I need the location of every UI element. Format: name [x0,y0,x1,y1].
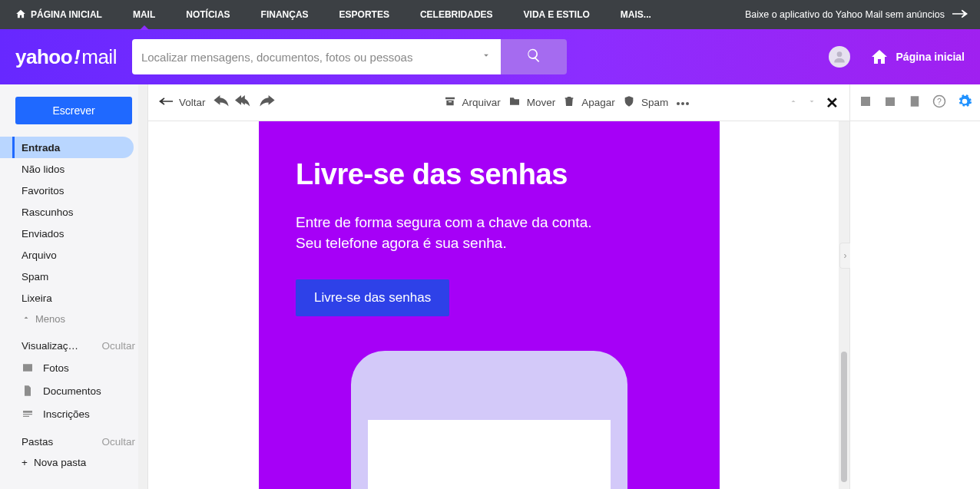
rail-collapse-toggle[interactable]: › [839,243,850,269]
main: Escrever Entrada Não lidos Favoritos Ras… [0,84,980,489]
message-body-inner: Livre-se das senhas Entre de forma segur… [148,121,849,489]
toolbar: Voltar Arquivar Mover Apagar [148,84,849,121]
folder-entrada[interactable]: Entrada [0,137,134,158]
folder-favoritos[interactable]: Favoritos [0,180,147,201]
view-label: Fotos [43,362,69,374]
folder-label: Favoritos [22,185,65,197]
avatar[interactable] [829,46,850,68]
nav-celebridades[interactable]: CELEBRIDADES [405,0,508,29]
views-label: Visualizaç… [22,340,78,352]
message-body: Livre-se das senhas Entre de forma segur… [148,121,849,489]
sidebar-scrollbar[interactable] [141,186,145,233]
sidebar: Escrever Entrada Não lidos Favoritos Ras… [0,84,147,489]
move-button[interactable]: Mover [508,95,556,110]
nav-financas[interactable]: FINANÇAS [246,0,324,29]
body-scrollbar-thumb[interactable] [841,352,847,482]
promo-cta-label: Livre-se das senhas [314,290,431,305]
folder-label: Não lidos [22,164,65,175]
views: Fotos Documentos Inscrições [0,356,147,425]
new-folder-label: Nova pasta [34,457,86,468]
nav-esportes[interactable]: ESPORTES [324,0,405,29]
reply-all-icon[interactable] [235,95,253,110]
new-folder[interactable]: + Nova pasta [0,452,147,468]
nav-label: FINANÇAS [261,9,309,20]
notepad-icon[interactable] [908,94,922,111]
nav-vida-estilo[interactable]: VIDA E ESTILO [508,0,605,29]
search-button[interactable] [501,39,567,74]
folder-nao-lidos[interactable]: Não lidos [0,158,147,180]
folder-spam[interactable]: Spam [0,266,147,287]
forward-icon[interactable] [260,95,275,110]
nav-noticias[interactable]: NOTÍCIAS [171,0,245,29]
view-fotos[interactable]: Fotos [0,356,147,379]
views-hide[interactable]: Ocultar [101,340,135,352]
home-label: Página inicial [896,51,965,63]
header: yahoo!mail Página inicial [0,29,980,84]
prev-message[interactable] [789,97,798,108]
search-input[interactable] [141,51,475,64]
documents-icon [22,385,34,397]
compose-button[interactable]: Escrever [15,97,132,124]
nav-mail[interactable]: MAIL [118,0,171,29]
top-nav-promo[interactable]: Baixe o aplicativo do Yahoo Mail sem anú… [745,9,980,21]
nav-label: PÁGINA INICIAL [31,9,102,20]
archive-button[interactable]: Arquivar [444,95,501,110]
nav-mais[interactable]: MAIS... [605,0,667,29]
home-button[interactable]: Página inicial [870,48,965,66]
toolbar-right: ✕ [789,94,839,112]
settings-icon[interactable] [957,94,972,112]
photos-icon [22,362,34,374]
promo-text: Entre de forma segura com a chave da con… [296,213,683,253]
folders-less-toggle[interactable]: Menos [0,309,147,329]
svg-text:?: ? [937,96,942,105]
svg-point-2 [681,102,684,105]
folders: Entrada Não lidos Favoritos Rascunhos En… [0,137,147,329]
folders-hide[interactable]: Ocultar [101,436,135,448]
compose-label: Escrever [52,104,94,117]
logo[interactable]: yahoo!mail [15,45,117,69]
reply-icon[interactable] [214,95,229,110]
back-button[interactable]: Voltar [159,96,206,109]
nav-home[interactable]: PÁGINA INICIAL [0,0,118,29]
move-icon [508,95,521,110]
archive-label: Arquivar [462,97,501,108]
svg-point-1 [677,102,680,105]
close-button[interactable]: ✕ [826,94,839,112]
folder-enviados[interactable]: Enviados [0,223,147,244]
shield-icon [623,95,635,110]
close-icon: ✕ [826,94,839,111]
views-head: Visualizaç… Ocultar [0,329,147,356]
promo-banner: Livre-se das senhas Entre de forma segur… [259,121,720,489]
view-label: Documentos [43,385,101,397]
folder-label: Entrada [22,142,60,154]
promo-cta-button[interactable]: Livre-se das senhas [296,279,449,316]
folder-lixeira[interactable]: Lixeira [0,287,147,309]
delete-button[interactable]: Apagar [563,95,615,110]
folders-head-label: Pastas [22,436,53,448]
rail-icons: ? [850,84,980,121]
svg-point-0 [836,51,842,57]
folder-arquivo[interactable]: Arquivo [0,244,147,266]
more-button[interactable] [676,97,690,108]
spam-button[interactable]: Spam [623,95,668,110]
logo-yahoo: yahoo [15,45,72,69]
folder-rascunhos[interactable]: Rascunhos [0,201,147,223]
chevron-down-icon[interactable] [481,50,492,64]
nav-label: NOTÍCIAS [186,9,230,20]
home-icon [15,8,26,21]
view-documentos[interactable]: Documentos [0,379,147,402]
view-inscricoes[interactable]: Inscrições [0,402,147,425]
move-label: Mover [527,97,556,108]
next-message[interactable] [807,97,816,108]
view-label: Inscrições [43,408,90,420]
help-icon[interactable]: ? [932,94,946,111]
contacts-icon[interactable] [859,94,872,111]
logo-exclamation: ! [74,45,80,69]
folder-label: Arquivo [22,249,57,261]
phone-illustration [351,351,627,489]
promo-line1: Entre de forma segura com a chave da con… [296,214,592,230]
search-icon [526,48,541,66]
calendar-icon[interactable] [883,94,897,111]
promo-text: Baixe o aplicativo do Yahoo Mail sem anú… [745,9,945,20]
search-box[interactable] [132,39,501,74]
